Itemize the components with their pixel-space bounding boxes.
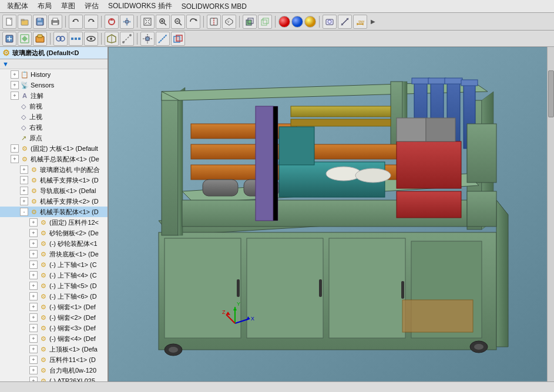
- viewport-scroll-thumb-v[interactable]: [548, 70, 554, 117]
- tb-wireframe[interactable]: [258, 15, 272, 29]
- tb-rebuild[interactable]: [105, 15, 119, 29]
- tb-smart-dimension[interactable]: SMA: [353, 15, 367, 29]
- menu-evaluate[interactable]: 评估: [80, 0, 103, 12]
- tb-zoom-fit[interactable]: [140, 15, 155, 29]
- tb-section-view[interactable]: [207, 15, 221, 29]
- expander-copper4[interactable]: +: [29, 334, 38, 343]
- expander-support1[interactable]: +: [20, 176, 28, 184]
- expander-copper2[interactable]: +: [29, 313, 38, 322]
- tree-item-right[interactable]: ◇ 右视: [0, 122, 108, 133]
- tb-print[interactable]: [48, 15, 62, 29]
- expander-press11[interactable]: +: [29, 356, 38, 364]
- tb-interference[interactable]: [171, 32, 185, 46]
- tb-insert-component[interactable]: [2, 32, 16, 46]
- expander-copper1[interactable]: +: [29, 303, 38, 311]
- tb-zoom-out[interactable]: [171, 15, 185, 29]
- tb-photoview[interactable]: [323, 15, 337, 29]
- tb-zoom-in[interactable]: [156, 15, 170, 29]
- tree-item-glass-mid[interactable]: + ⚙ 玻璃磨边机 中的配合: [0, 164, 108, 175]
- tree-item-annotation[interactable]: + A 注解: [0, 90, 108, 101]
- tb-shaded[interactable]: [243, 15, 257, 29]
- tree-item-origin[interactable]: ↗ 原点: [0, 133, 108, 143]
- menu-sw-plugins[interactable]: SOLIDWORKS 插件: [103, 0, 177, 12]
- expander-motor[interactable]: +: [29, 366, 38, 374]
- expander-top-plate[interactable]: +: [29, 345, 38, 353]
- menu-layout[interactable]: 布局: [33, 0, 56, 12]
- tb-exploded-view[interactable]: [140, 32, 155, 46]
- tree-item-support1[interactable]: + ⚙ 机械手支撑块<1> (D: [0, 175, 108, 185]
- expander-shaft-ud6[interactable]: +: [29, 292, 38, 300]
- tb-appearance[interactable]: [291, 16, 303, 28]
- tree-item-guide-rail[interactable]: + ⚙ 导轨底板<1> (Defal: [0, 185, 108, 196]
- viewport-scrollbar-v[interactable]: [547, 47, 554, 381]
- tb-explode-line-sketch[interactable]: [156, 32, 170, 46]
- tree-item-atp1[interactable]: + ⚙ (-) ATP26XL025_: [0, 376, 108, 381]
- tb-options[interactable]: [120, 15, 134, 29]
- expander-sensors[interactable]: +: [11, 81, 19, 89]
- tree-item-grind-asm1[interactable]: + ⚙ (-) 砂轮装配体<1: [0, 238, 108, 249]
- tb-mate[interactable]: [53, 32, 68, 46]
- expander-glass-mid[interactable]: +: [20, 165, 28, 174]
- tree-item-shaft-ud6[interactable]: + ⚙ (-) 上下轴<6> (D: [0, 291, 108, 302]
- toolbar-expand[interactable]: ▶: [368, 15, 378, 29]
- tb-rotate[interactable]: [186, 15, 200, 29]
- expander-support2[interactable]: +: [20, 197, 28, 205]
- tree-item-press12[interactable]: + ⚙ (固定) 压料件12<: [0, 217, 108, 228]
- tb-view-orient[interactable]: V: [222, 15, 236, 29]
- tb-new-subassembly[interactable]: [33, 32, 47, 46]
- tree-item-fixed-board[interactable]: + ⚙ (固定) 大板<1> (Default: [0, 143, 108, 154]
- expander-shaft-ud1[interactable]: +: [29, 261, 38, 269]
- tree-item-history[interactable]: + 📋 History: [0, 69, 108, 80]
- expander-grind-asm1[interactable]: +: [29, 239, 38, 248]
- tree-item-copper3[interactable]: + ⚙ (-) 铜套<3> (Def: [0, 323, 108, 333]
- expander-guide-rail[interactable]: +: [20, 187, 28, 195]
- menu-sketch[interactable]: 草图: [56, 0, 80, 12]
- expander-fixed-board[interactable]: +: [11, 144, 19, 153]
- tree-item-shaft-ud4[interactable]: + ⚙ (-) 上下轴<4> (C: [0, 270, 108, 281]
- expander-annotation[interactable]: +: [11, 92, 19, 100]
- expander-slide-base[interactable]: +: [29, 250, 38, 258]
- tree-item-motor[interactable]: + ⚙ 台力电机0w-120: [0, 365, 108, 376]
- tb-color-picker[interactable]: [278, 16, 290, 28]
- expander-mech-hand[interactable]: +: [11, 155, 19, 163]
- tree-item-top-plate[interactable]: + ⚙ 上顶板<1> (Defa: [0, 344, 108, 354]
- tree-item-shaft-ud5[interactable]: + ⚙ (-) 上下轴<5> (D: [0, 281, 108, 291]
- expander-press12[interactable]: +: [29, 218, 38, 227]
- tb-open[interactable]: [18, 15, 32, 29]
- expander-history[interactable]: +: [11, 70, 19, 79]
- tb-linear-pattern[interactable]: [69, 32, 83, 46]
- tree-item-sensors[interactable]: + 📡 Sensors: [0, 80, 108, 90]
- tree-item-mech-hand-asm[interactable]: + ⚙ 机械手总装配体<1> (De: [0, 154, 108, 164]
- filter-icon[interactable]: ▼: [2, 60, 9, 67]
- menu-assembly[interactable]: 装配体: [2, 0, 33, 12]
- tb-reference-geometry[interactable]: [120, 32, 134, 46]
- tree-item-copper4[interactable]: + ⚙ (-) 铜套<4> (Def: [0, 333, 108, 344]
- tb-new[interactable]: [2, 15, 16, 29]
- tb-scene[interactable]: [304, 16, 316, 28]
- menu-sw-mbd[interactable]: SOLIDWORKS MBD: [177, 1, 251, 12]
- expander-copper3[interactable]: +: [29, 324, 38, 332]
- tree-item-mech-hand-asm2[interactable]: - ⚙ 机械手装配体<1> (D: [0, 207, 108, 217]
- tb-save[interactable]: [33, 15, 47, 29]
- tb-redo[interactable]: [84, 15, 98, 29]
- expander-grind-side2[interactable]: +: [29, 229, 38, 237]
- tb-show-hide[interactable]: [84, 32, 98, 46]
- tb-measure[interactable]: [338, 15, 352, 29]
- tree-item-slide-base[interactable]: + ⚙ 滑块底板<1> (De: [0, 249, 108, 259]
- tree-item-press11[interactable]: + ⚙ 压料件11<1> (D: [0, 354, 108, 365]
- tree-item-grind-side2[interactable]: + ⚙ 砂轮侧板<2> (De: [0, 228, 108, 238]
- tree-item-copper1[interactable]: + ⚙ (-) 铜套<1> (Def: [0, 302, 108, 312]
- expander-shaft-ud4[interactable]: +: [29, 271, 38, 279]
- tree-item-shaft-ud1[interactable]: + ⚙ (-) 上下轴<1> (C: [0, 259, 108, 270]
- tree-item-support2[interactable]: + ⚙ 机械手支撑块<2> (D: [0, 196, 108, 207]
- expander-shaft-ud5[interactable]: +: [29, 282, 38, 290]
- expander-atp1[interactable]: +: [29, 377, 38, 381]
- expander-mech-hand-asm2[interactable]: -: [20, 208, 28, 216]
- cad-viewport[interactable]: X Y Z: [109, 47, 554, 381]
- tb-undo[interactable]: [69, 15, 83, 29]
- tb-new-part[interactable]: [18, 32, 32, 46]
- tree-item-top[interactable]: ◇ 上视: [0, 111, 108, 122]
- tree-item-copper2[interactable]: + ⚙ (-) 铜套<2> (Def: [0, 312, 108, 323]
- tree-item-front[interactable]: ◇ 前视: [0, 101, 108, 111]
- tb-assembly-features[interactable]: [105, 32, 119, 46]
